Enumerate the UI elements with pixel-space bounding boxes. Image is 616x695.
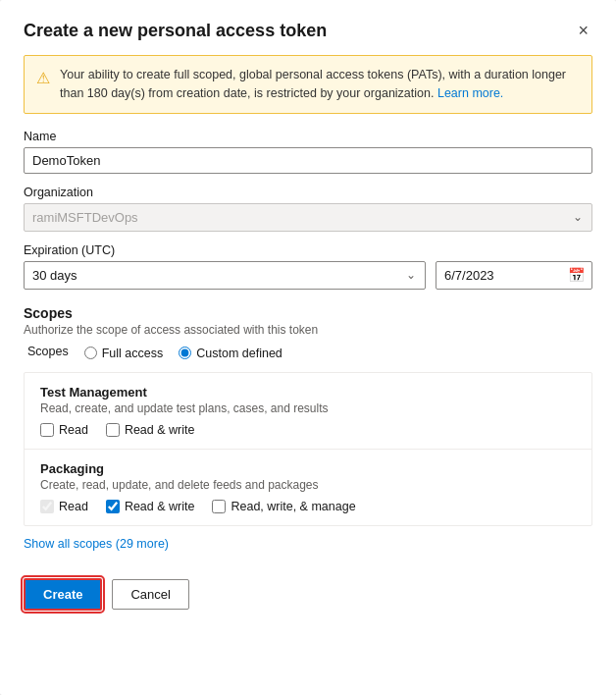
close-button[interactable]: × [574, 20, 592, 41]
learn-more-link[interactable]: Learn more. [437, 86, 503, 100]
scope-checkboxes-test-management: Read Read & write [40, 423, 576, 437]
expiration-row: 30 days 60 days 90 days 180 days 1 year … [24, 261, 592, 290]
name-input[interactable] [24, 147, 592, 174]
test-mgmt-read-checkbox[interactable] [40, 423, 54, 437]
expiration-dropdown-wrapper: 30 days 60 days 90 days 180 days 1 year … [24, 261, 426, 290]
warning-banner: ⚠ Your ability to create full scoped, gl… [24, 55, 592, 114]
warning-icon: ⚠ [36, 67, 50, 103]
scopes-radio-label: Scopes [27, 345, 69, 358]
scopes-desc: Authorize the scope of access associated… [24, 323, 592, 337]
custom-defined-radio[interactable] [179, 347, 191, 359]
packaging-readwritemanage-checkbox[interactable] [212, 500, 226, 513]
packaging-readwrite-label[interactable]: Read & write [106, 500, 195, 513]
packaging-readwrite-checkbox[interactable] [106, 500, 120, 513]
test-mgmt-read-text: Read [59, 423, 88, 437]
full-access-label: Full access [102, 347, 164, 360]
date-input-wrapper: 📅 [436, 261, 592, 290]
packaging-readwrite-text: Read & write [125, 500, 195, 513]
scopes-section: Scopes Authorize the scope of access ass… [24, 305, 592, 372]
org-label: Organization [24, 186, 592, 199]
date-input[interactable] [436, 261, 592, 290]
dialog-footer: Create Cancel [24, 578, 592, 611]
dialog-header: Create a new personal access token × [24, 20, 592, 41]
scopes-title: Scopes [24, 305, 592, 321]
packaging-read-text: Read [59, 500, 88, 513]
dialog-title: Create a new personal access token [24, 21, 327, 41]
expiration-label: Expiration (UTC) [24, 243, 592, 257]
test-mgmt-readwrite-label[interactable]: Read & write [106, 423, 195, 437]
create-button[interactable]: Create [24, 578, 102, 611]
custom-defined-radio-label[interactable]: Custom defined [179, 347, 282, 360]
cancel-button[interactable]: Cancel [112, 579, 188, 610]
test-mgmt-read-label[interactable]: Read [40, 423, 88, 437]
full-access-radio[interactable] [84, 347, 97, 359]
test-mgmt-readwrite-text: Read & write [125, 423, 195, 437]
expiration-dropdown[interactable]: 30 days 60 days 90 days 180 days 1 year … [24, 261, 426, 290]
org-select-wrapper: ramiMSFTDevOps ⌄ [24, 203, 592, 232]
scope-desc-test-management: Read, create, and update test plans, cas… [40, 401, 576, 415]
show-scopes-row: Show all scopes (29 more) [24, 536, 592, 551]
scope-title-test-management: Test Management [40, 385, 576, 400]
full-access-radio-label[interactable]: Full access [84, 347, 164, 360]
show-all-scopes-button[interactable]: Show all scopes (29 more) [24, 537, 169, 551]
scopes-radio-group: Scopes Full access Custom defined [27, 345, 592, 362]
scope-desc-packaging: Create, read, update, and delete feeds a… [40, 478, 576, 492]
scopes-list-container: Test Management Read, create, and update… [24, 372, 592, 526]
scope-title-packaging: Packaging [40, 461, 576, 476]
packaging-readwritemanage-text: Read, write, & manage [231, 500, 355, 513]
scope-block-packaging: Packaging Create, read, update, and dele… [25, 450, 591, 525]
packaging-read-checkbox[interactable] [40, 500, 54, 513]
name-label: Name [24, 130, 592, 143]
scope-block-test-management: Test Management Read, create, and update… [25, 373, 591, 450]
scope-checkboxes-packaging: Read Read & write Read, write, & manage [40, 500, 576, 513]
scopes-scroll[interactable]: Test Management Read, create, and update… [25, 373, 591, 525]
custom-defined-label: Custom defined [196, 347, 282, 360]
warning-text: Your ability to create full scoped, glob… [60, 66, 580, 103]
packaging-readwritemanage-label[interactable]: Read, write, & manage [212, 500, 355, 513]
packaging-read-label[interactable]: Read [40, 500, 88, 513]
test-mgmt-readwrite-checkbox[interactable] [106, 423, 120, 437]
create-token-dialog: Create a new personal access token × ⚠ Y… [0, 0, 616, 695]
org-select[interactable]: ramiMSFTDevOps [24, 203, 592, 232]
